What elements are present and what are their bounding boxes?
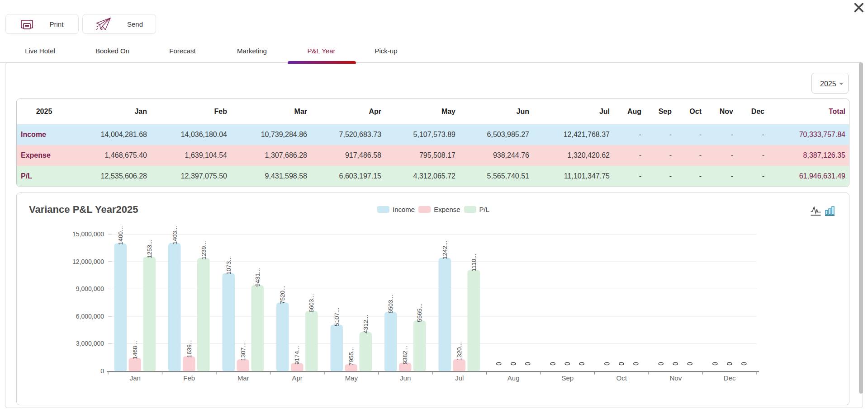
svg-text:12,000,000: 12,000,000 [72, 258, 104, 265]
svg-text:1403...: 1403... [171, 226, 178, 244]
svg-text:Sep: Sep [561, 374, 574, 382]
svg-text:5107...: 5107... [333, 308, 340, 326]
svg-text:9382...: 9382... [402, 346, 409, 364]
svg-text:6,000,000: 6,000,000 [76, 313, 104, 320]
svg-text:1253...: 1253... [146, 239, 153, 258]
svg-text:15,000,000: 15,000,000 [72, 230, 104, 238]
svg-text:Jul: Jul [455, 374, 464, 382]
svg-text:1307...: 1307... [240, 343, 247, 361]
svg-text:Apr: Apr [292, 374, 303, 382]
svg-text:Oct: Oct [617, 374, 627, 382]
svg-text:1239...: 1239... [200, 241, 207, 259]
svg-text:1320...: 1320... [456, 342, 463, 361]
svg-text:6603...: 6603... [308, 294, 315, 312]
svg-text:1110...: 1110... [470, 253, 477, 271]
svg-text:9,000,000: 9,000,000 [76, 285, 104, 292]
svg-text:1073...: 1073... [225, 256, 232, 275]
svg-text:3,000,000: 3,000,000 [76, 340, 104, 347]
svg-text:9431...: 9431... [254, 268, 261, 286]
svg-text:Mar: Mar [237, 374, 249, 382]
svg-text:7520...: 7520... [280, 286, 286, 304]
svg-text:5565...: 5565... [417, 303, 423, 322]
svg-text:1468...: 1468... [132, 341, 138, 359]
svg-text:0: 0 [100, 367, 104, 375]
svg-text:4312...: 4312... [362, 315, 369, 333]
svg-text:1639...: 1639... [186, 339, 193, 358]
svg-text:Feb: Feb [183, 374, 195, 382]
svg-text:1242...: 1242... [441, 241, 448, 259]
svg-text:6503...: 6503... [388, 295, 394, 313]
svg-text:9174...: 9174... [294, 346, 301, 364]
svg-text:Aug: Aug [508, 374, 520, 382]
svg-text:1400...: 1400... [117, 226, 124, 245]
svg-text:May: May [345, 374, 358, 382]
svg-text:7955...: 7955... [348, 347, 355, 366]
svg-text:Nov: Nov [669, 374, 682, 382]
svg-text:Jan: Jan [130, 374, 141, 382]
svg-text:Dec: Dec [724, 374, 736, 382]
svg-text:Jun: Jun [400, 374, 411, 382]
